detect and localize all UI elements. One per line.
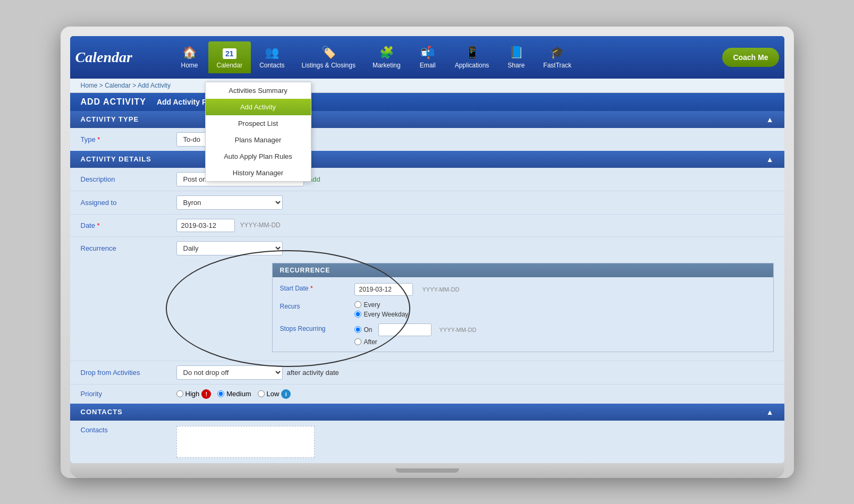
dropdown-prospect-list[interactable]: Prospect List xyxy=(206,115,311,132)
rec-stops-after-radio[interactable] xyxy=(354,338,361,345)
activity-details-title: ACTIVITY DETAILS xyxy=(81,155,151,163)
priority-high-radio[interactable] xyxy=(176,390,183,397)
page-title: ADD ACTIVITY xyxy=(81,97,146,107)
rec-every-label: Every xyxy=(364,301,381,309)
priority-high: High ! xyxy=(176,389,212,399)
drop-select[interactable]: Do not drop off xyxy=(176,365,283,380)
activity-details-chevron: ▲ xyxy=(766,155,774,164)
date-input[interactable] xyxy=(176,219,235,232)
breadcrumb: Home > Calendar > Add Activity xyxy=(70,79,784,93)
description-row: Description Post on social media Add xyxy=(70,168,784,191)
priority-medium-label: Medium xyxy=(226,390,251,398)
rec-stops-on-radio[interactable] xyxy=(354,326,361,333)
rec-recurs-row: Recurs Every xyxy=(273,298,773,321)
nav-items: 🏠 Home 21 Calendar Activities Summary Ad… xyxy=(171,41,723,73)
nav-fasttrack[interactable]: 🎓 FastTrack xyxy=(535,41,580,73)
nav-marketing[interactable]: 🧩 Marketing xyxy=(364,41,409,73)
rec-start-date-hint: YYYY-MM-DD xyxy=(422,286,460,293)
marketing-icon: 🧩 xyxy=(379,46,394,59)
nav-applications[interactable]: 📱 Applications xyxy=(446,41,498,73)
app-logo: Calendar xyxy=(75,49,160,66)
page-header-section: ADD ACTIVITY Add Activity Prospect xyxy=(70,93,784,111)
rec-stops-label: Stops Recurring xyxy=(280,323,354,332)
priority-label: Priority xyxy=(81,390,176,398)
activity-details-section: ACTIVITY DETAILS ▲ Description Post on s… xyxy=(70,151,784,404)
activity-type-title: ACTIVITY TYPE xyxy=(81,115,139,123)
date-hint: YYYY-MM-DD xyxy=(240,221,281,229)
drop-suffix: after activity date xyxy=(287,369,339,377)
calendar-icon: 21 xyxy=(223,46,236,59)
activity-details-body: Description Post on social media Add Ass… xyxy=(70,168,784,404)
date-label: Date xyxy=(81,221,176,229)
assigned-to-label: Assigned to xyxy=(81,199,176,207)
recurrence-detail: RECURRENCE Start Date * xyxy=(272,263,774,352)
calendar-dropdown: Activities Summary Add Activity Prospect… xyxy=(205,82,311,182)
activity-type-chevron: ▲ xyxy=(766,115,774,124)
nav-contacts-label: Contacts xyxy=(259,62,284,69)
contacts-input[interactable] xyxy=(176,426,315,458)
rec-start-date-label: Start Date * xyxy=(280,283,354,292)
rec-start-date-row: Start Date * YYYY-MM-DD xyxy=(273,280,773,298)
dropdown-plans-manager[interactable]: Plans Manager xyxy=(206,132,311,148)
drop-row: Drop from Activities Do not drop off aft… xyxy=(70,361,784,385)
top-navigation: Calendar 🏠 Home 21 Calendar Activities S… xyxy=(70,36,784,79)
listings-icon: 🏷️ xyxy=(322,46,336,59)
dropdown-add-activity[interactable]: Add Activity xyxy=(206,99,311,115)
nav-home[interactable]: 🏠 Home xyxy=(171,41,208,73)
nav-email[interactable]: 📬 Email xyxy=(409,41,446,73)
rec-stops-date-input[interactable] xyxy=(378,323,432,336)
recurrence-sub-section: RECURRENCE Start Date * xyxy=(176,260,774,355)
rec-stops-date-hint: YYYY-MM-DD xyxy=(439,327,477,333)
priority-medium-radio[interactable] xyxy=(217,390,224,397)
activity-type-body: Type To-do xyxy=(70,128,784,151)
nav-applications-label: Applications xyxy=(455,62,489,69)
priority-low: Low i xyxy=(258,389,291,399)
fasttrack-icon: 🎓 xyxy=(550,46,564,59)
share-icon: 📘 xyxy=(509,46,523,59)
nav-share-label: Share xyxy=(508,62,525,69)
date-row: Date YYYY-MM-DD xyxy=(70,215,784,237)
nav-email-label: Email xyxy=(420,62,436,69)
contacts-body: Contacts xyxy=(70,421,784,463)
laptop-notch xyxy=(395,468,459,473)
rec-stops-on-label: On xyxy=(364,326,373,334)
rec-stops-after-option: After xyxy=(354,338,477,346)
nav-share[interactable]: 📘 Share xyxy=(497,41,535,73)
recurrence-select[interactable]: Daily xyxy=(176,241,283,255)
laptop-screen: Calendar 🏠 Home 21 Calendar Activities S… xyxy=(70,36,784,463)
drop-label: Drop from Activities xyxy=(81,369,176,377)
rec-start-date-input[interactable] xyxy=(354,283,413,296)
contacts-row: Contacts xyxy=(70,421,784,463)
priority-low-label: Low xyxy=(267,390,280,398)
contacts-label: Contacts xyxy=(81,426,176,434)
rec-recurs-label: Recurs xyxy=(280,301,354,310)
rec-every-weekday-radio[interactable] xyxy=(354,311,361,318)
nav-calendar[interactable]: 21 Calendar Activities Summary Add Activ… xyxy=(208,41,251,73)
rec-every-option: Every xyxy=(354,301,409,309)
dropdown-history-manager[interactable]: History Manager xyxy=(206,165,311,181)
contacts-header: CONTACTS ▲ xyxy=(70,404,784,421)
priority-high-label: High xyxy=(185,390,200,398)
dropdown-auto-apply[interactable]: Auto Apply Plan Rules xyxy=(206,148,311,165)
recurrence-row: Recurrence Daily RECURRENCE xyxy=(70,237,784,361)
contacts-icon: 👥 xyxy=(265,46,279,59)
recurrence-header-title: RECURRENCE xyxy=(280,267,331,274)
contacts-chevron: ▲ xyxy=(766,408,774,416)
nav-listings[interactable]: 🏷️ Listings & Closings xyxy=(293,41,364,73)
rec-every-radio[interactable] xyxy=(354,301,361,308)
dropdown-activities-summary[interactable]: Activities Summary xyxy=(206,82,311,99)
priority-low-radio[interactable] xyxy=(258,390,265,397)
nav-listings-label: Listings & Closings xyxy=(302,62,356,69)
coach-me-button[interactable]: Coach Me xyxy=(722,48,779,67)
nav-contacts[interactable]: 👥 Contacts xyxy=(251,41,293,73)
contacts-title: CONTACTS xyxy=(81,408,123,416)
rec-stops-after-label: After xyxy=(364,338,377,346)
activity-details-header: ACTIVITY DETAILS ▲ xyxy=(70,151,784,168)
nav-calendar-label: Calendar xyxy=(217,62,243,69)
type-row: Type To-do xyxy=(70,128,784,151)
assigned-to-select[interactable]: Byron xyxy=(176,195,283,210)
rec-recurs-controls: Every Every Weekday xyxy=(354,301,409,318)
email-icon: 📬 xyxy=(420,46,435,59)
assigned-to-row: Assigned to Byron xyxy=(70,191,784,215)
applications-icon: 📱 xyxy=(465,46,479,59)
